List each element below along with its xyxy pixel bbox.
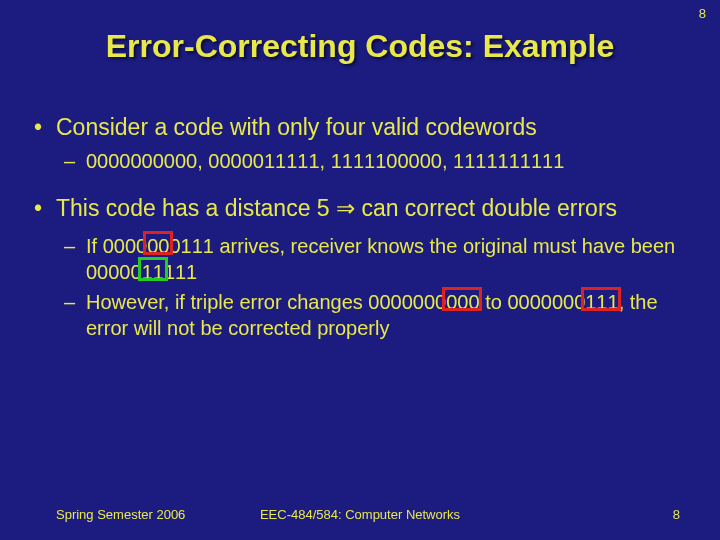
b3b-pre: However, if triple error changes 0000000 [86, 291, 446, 313]
footer-center: EEC-484/584: Computer Networks [260, 507, 460, 522]
bullet-2-sub-a: If 0000000111 arrives, receiver knows th… [86, 233, 680, 285]
highlight-box-red-2: 000 [446, 289, 479, 315]
slide-footer: Spring Semester 2006 EEC-484/584: Comput… [0, 507, 720, 522]
b3b-box2-text: 111 [585, 291, 618, 313]
bullet-2: This code has a distance 5 ⇒ can correct… [56, 194, 680, 223]
b3b-mid: to 0000000 [480, 291, 586, 313]
slide-content: Consider a code with only four valid cod… [0, 113, 720, 341]
bullet-2-sub-b: However, if triple error changes 0000000… [86, 289, 680, 341]
highlight-box-green: 11 [142, 259, 164, 285]
b3a-post: 111 [164, 261, 197, 283]
b3a-pre: If 0000 [86, 235, 147, 257]
page-number-top: 8 [699, 6, 706, 21]
b3b-box-text: 000 [446, 291, 479, 313]
footer-left: Spring Semester 2006 [56, 507, 185, 522]
implies-arrow: ⇒ [336, 195, 355, 221]
bullet-2-pre: This code has a distance 5 [56, 195, 336, 221]
footer-right: 8 [673, 507, 680, 522]
bullet-2-post: can correct double errors [355, 195, 617, 221]
bullet-1: Consider a code with only four valid cod… [56, 113, 680, 142]
slide-title: Error-Correcting Codes: Example [0, 28, 720, 65]
highlight-box-red-3: 111 [585, 289, 618, 315]
b3a-box2-text: 11 [142, 261, 164, 283]
b3a-box-text: 00 [147, 235, 169, 257]
bullet-1-sub: 0000000000, 0000011111, 1111100000, 1111… [86, 148, 680, 174]
highlight-box-red-1: 00 [147, 233, 169, 259]
